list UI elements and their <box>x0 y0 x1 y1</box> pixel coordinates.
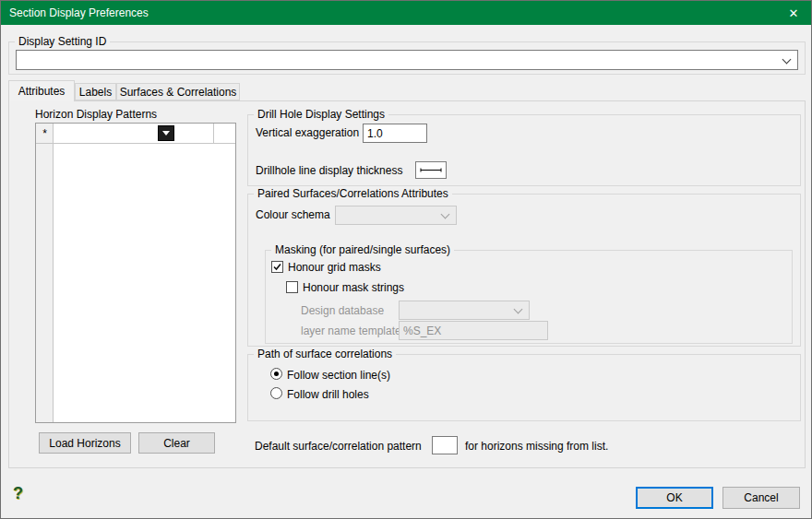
chevron-down-icon <box>782 55 792 65</box>
masking-group: Masking (for paired/single surfaces) Hon… <box>265 250 793 344</box>
default-pattern-input[interactable] <box>432 436 458 454</box>
vertical-exaggeration-label: Vertical exaggeration <box>256 126 359 139</box>
drill-hole-display-settings-group: Drill Hole Display Settings Vertical exa… <box>247 114 801 186</box>
tab-attributes[interactable]: Attributes <box>8 80 75 101</box>
path-of-surface-correlations-group: Path of surface correlations Follow sect… <box>247 354 801 421</box>
line-thickness-button[interactable] <box>415 161 447 179</box>
grid-row-header-column <box>36 124 54 422</box>
help-icon[interactable]: ? <box>13 484 23 502</box>
colour-schema-label: Colour schema <box>256 208 330 221</box>
honour-mask-strings-checkbox[interactable] <box>286 281 298 293</box>
chevron-down-icon <box>441 210 450 219</box>
attributes-tab-panel: Horizon Display Patterns * Load Horizons… <box>8 100 806 468</box>
grid-column-divider <box>213 124 214 143</box>
tab-labels-label: Labels <box>79 86 112 99</box>
display-setting-id-group: Display Setting ID <box>8 41 806 75</box>
follow-drill-holes-label: Follow drill holes <box>287 388 369 401</box>
paired-surfaces-correlations-group: Paired Surfaces/Correlations Attributes … <box>247 194 801 347</box>
honour-mask-strings-label: Honour mask strings <box>303 281 404 294</box>
default-pattern-label: Default surface/correlation pattern <box>255 440 422 453</box>
dropdown-arrow-icon <box>162 131 170 136</box>
grid-new-row-marker: * <box>36 127 54 140</box>
tab-attributes-label: Attributes <box>18 85 66 98</box>
close-icon: ✕ <box>789 6 799 20</box>
honour-grid-masks-checkbox[interactable] <box>271 261 283 273</box>
line-sample-icon <box>417 163 445 177</box>
tab-labels[interactable]: Labels <box>75 83 116 100</box>
clear-button[interactable]: Clear <box>138 432 215 454</box>
chevron-down-icon <box>514 305 523 314</box>
horizon-patterns-grid[interactable]: * <box>35 123 236 423</box>
follow-section-lines-label: Follow section line(s) <box>287 369 390 382</box>
masking-group-title: Masking (for paired/single surfaces) <box>271 243 454 257</box>
colour-schema-combobox[interactable] <box>335 206 457 225</box>
layer-name-template-input[interactable] <box>399 321 548 340</box>
path-of-surface-correlations-title: Path of surface correlations <box>254 348 396 361</box>
ok-button[interactable]: OK <box>636 487 713 509</box>
grid-row-divider <box>36 143 235 144</box>
radio-dot-icon <box>274 372 279 376</box>
drillhole-line-thickness-label: Drillhole line display thickness <box>256 164 402 177</box>
window-title: Section Display Preferences <box>9 6 149 19</box>
drill-hole-display-settings-title: Drill Hole Display Settings <box>254 108 388 122</box>
checkmark-icon <box>272 262 282 272</box>
paired-surfaces-correlations-title: Paired Surfaces/Correlations Attributes <box>254 187 452 201</box>
honour-grid-masks-label: Honour grid masks <box>288 261 381 274</box>
design-database-label: Design database <box>301 304 384 317</box>
layer-name-template-label: layer name template <box>301 324 401 337</box>
design-database-combobox[interactable] <box>399 301 530 320</box>
title-bar: Section Display Preferences <box>1 1 811 25</box>
tab-surfaces-correlations-label: Surfaces & Correlations <box>120 86 237 99</box>
vertical-exaggeration-input[interactable] <box>363 124 427 143</box>
grid-pattern-dropdown-button[interactable] <box>158 125 174 141</box>
display-setting-id-label: Display Setting ID <box>15 35 110 49</box>
horizon-display-patterns-label: Horizon Display Patterns <box>35 108 157 121</box>
follow-drill-holes-radio[interactable] <box>270 387 282 399</box>
display-setting-id-combobox[interactable] <box>16 50 798 70</box>
tab-surfaces-correlations[interactable]: Surfaces & Correlations <box>116 83 240 100</box>
close-button[interactable]: ✕ <box>776 1 811 25</box>
cancel-button[interactable]: Cancel <box>722 487 800 509</box>
load-horizons-button[interactable]: Load Horizons <box>39 432 131 454</box>
section-display-preferences-dialog: Section Display Preferences ✕ Display Se… <box>0 0 812 519</box>
default-pattern-suffix-label: for horizons missing from list. <box>465 440 608 453</box>
follow-section-lines-radio[interactable] <box>270 368 282 380</box>
